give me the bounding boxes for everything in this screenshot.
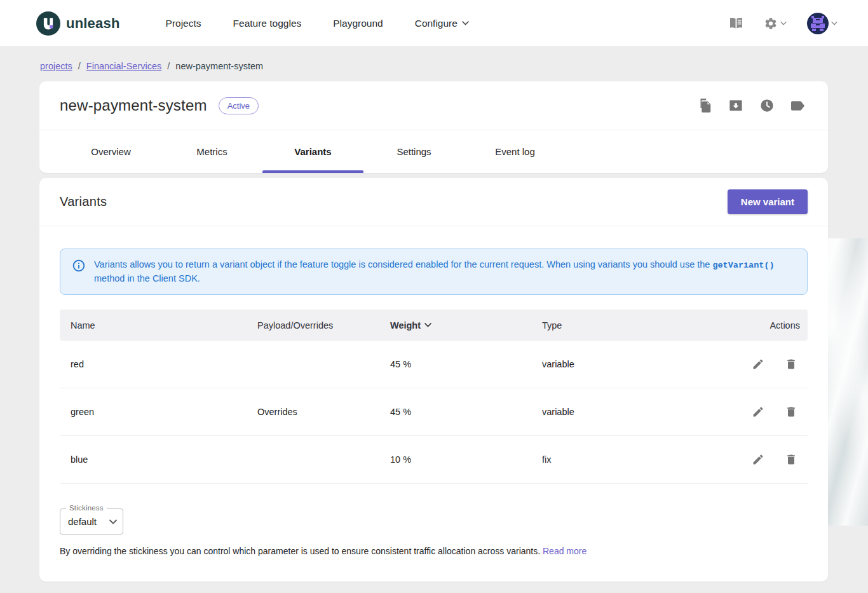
variant-name-cell: blue xyxy=(60,454,257,465)
variants-table-header: Name Payload/Overrides Weight Type Actio… xyxy=(60,310,808,341)
variants-section-body: Variants allows you to return a variant … xyxy=(39,249,828,556)
column-header-payload[interactable]: Payload/Overrides xyxy=(257,320,390,331)
breadcrumb-separator: / xyxy=(167,61,170,71)
variant-actions-cell xyxy=(749,403,808,421)
feature-title: new-payment-system xyxy=(60,97,207,114)
variant-payload-cell: Overrides xyxy=(257,407,390,417)
variant-name-cell: red xyxy=(60,359,257,369)
delete-variant-button[interactable] xyxy=(782,355,800,373)
archive-icon xyxy=(729,99,743,112)
edit-variant-button[interactable] xyxy=(749,403,767,421)
variant-weight-cell: 45 % xyxy=(390,407,542,417)
variant-name-cell: green xyxy=(60,407,257,417)
main-navigation: Projects Feature toggles Playground Conf… xyxy=(166,18,469,29)
delete-trash-icon xyxy=(785,358,797,371)
tab-variants[interactable]: Variants xyxy=(262,130,363,173)
edit-variant-button[interactable] xyxy=(749,451,767,468)
column-header-name[interactable]: Name xyxy=(60,320,257,331)
edit-pencil-icon xyxy=(752,406,764,418)
nav-projects[interactable]: Projects xyxy=(166,18,201,29)
edit-pencil-icon xyxy=(752,358,764,371)
history-clock-icon xyxy=(760,99,774,112)
tab-metrics[interactable]: Metrics xyxy=(161,130,262,173)
variants-table: Name Payload/Overrides Weight Type Actio… xyxy=(60,310,808,484)
nav-playground[interactable]: Playground xyxy=(333,18,383,29)
tab-overview[interactable]: Overview xyxy=(60,130,161,173)
variant-type-cell: variable xyxy=(542,407,727,417)
unleash-logo-icon xyxy=(36,11,60,36)
delete-variant-button[interactable] xyxy=(782,403,800,421)
top-navbar: unleash Projects Feature toggles Playgro… xyxy=(0,0,868,47)
copy-icon xyxy=(698,99,712,113)
admin-settings-button[interactable] xyxy=(761,14,789,33)
code-snippet: getVariant() xyxy=(712,261,774,270)
variant-type-cell: fix xyxy=(542,454,727,465)
breadcrumb-project-link[interactable]: Financial-Services xyxy=(86,61,161,71)
delete-trash-icon xyxy=(785,453,797,466)
breadcrumb-current-page: new-payment-system xyxy=(175,61,263,71)
delete-variant-button[interactable] xyxy=(782,451,800,468)
tab-event-log[interactable]: Event log xyxy=(465,130,566,173)
edit-variant-button[interactable] xyxy=(749,355,767,373)
breadcrumb-separator: / xyxy=(78,61,81,71)
chevron-down-icon xyxy=(780,22,787,25)
new-variant-button[interactable]: New variant xyxy=(728,189,808,214)
info-alert-text: Variants allows you to return a variant … xyxy=(94,258,796,285)
tag-icon xyxy=(791,100,805,111)
variant-row: red 45 % variable xyxy=(60,341,808,388)
chevron-down-icon xyxy=(462,21,469,25)
delete-trash-icon xyxy=(785,406,797,418)
variants-section-header: Variants New variant xyxy=(39,178,828,226)
chevron-down-icon xyxy=(831,22,837,25)
sort-desc-icon xyxy=(424,323,431,327)
variant-actions-cell xyxy=(749,451,808,468)
feature-title-row: new-payment-system Active xyxy=(39,81,828,130)
decorative-background-texture xyxy=(828,238,868,526)
breadcrumb-projects-link[interactable]: projects xyxy=(40,61,72,71)
stickiness-label: Stickiness xyxy=(66,504,107,512)
stickiness-select[interactable]: Stickiness default xyxy=(60,508,123,535)
status-badge: Active xyxy=(219,97,259,114)
nav-feature-toggles[interactable]: Feature toggles xyxy=(233,18,302,29)
variants-table-body: red 45 % variable xyxy=(60,341,808,484)
stickiness-help-text: By overriding the stickiness you can con… xyxy=(60,546,808,556)
documentation-button[interactable] xyxy=(726,15,746,32)
info-icon xyxy=(72,259,86,285)
edit-pencil-icon xyxy=(752,453,764,466)
variant-type-cell: variable xyxy=(542,359,727,369)
unleash-logo[interactable]: unleash xyxy=(36,11,120,36)
stickiness-value: default xyxy=(68,516,97,527)
chevron-down-icon xyxy=(109,519,117,524)
variant-row: blue 10 % fix xyxy=(60,436,808,484)
tag-feature-button[interactable] xyxy=(791,100,805,111)
variants-card: Variants New variant Variants allows you… xyxy=(39,178,828,582)
tab-settings[interactable]: Settings xyxy=(363,130,465,173)
settings-gear-icon xyxy=(764,17,778,31)
nav-configure[interactable]: Configure xyxy=(415,18,469,29)
variant-row: green Overrides 45 % variable xyxy=(60,388,808,436)
column-header-actions: Actions xyxy=(770,320,808,331)
unleash-logo-text: unleash xyxy=(66,15,120,32)
variant-actions-cell xyxy=(749,355,808,373)
feature-header-card: new-payment-system Active xyxy=(39,81,828,173)
variant-weight-cell: 10 % xyxy=(390,454,542,465)
column-header-type[interactable]: Type xyxy=(542,320,727,331)
column-header-weight[interactable]: Weight xyxy=(390,320,542,331)
user-avatar xyxy=(807,13,829,34)
docs-book-icon xyxy=(729,17,743,29)
navbar-right-actions xyxy=(726,10,840,37)
feature-header-actions xyxy=(698,99,805,113)
archive-feature-button[interactable] xyxy=(729,99,743,112)
variant-weight-cell: 45 % xyxy=(390,359,542,369)
copy-feature-button[interactable] xyxy=(698,99,712,113)
feature-tabs: Overview Metrics Variants Settings Event… xyxy=(39,130,828,173)
variants-info-alert: Variants allows you to return a variant … xyxy=(60,249,808,295)
user-profile-button[interactable] xyxy=(804,10,840,37)
variants-section-title: Variants xyxy=(60,194,107,209)
read-more-link[interactable]: Read more xyxy=(543,546,587,556)
breadcrumb: projects / Financial-Services / new-paym… xyxy=(40,61,868,71)
history-button[interactable] xyxy=(760,99,774,112)
